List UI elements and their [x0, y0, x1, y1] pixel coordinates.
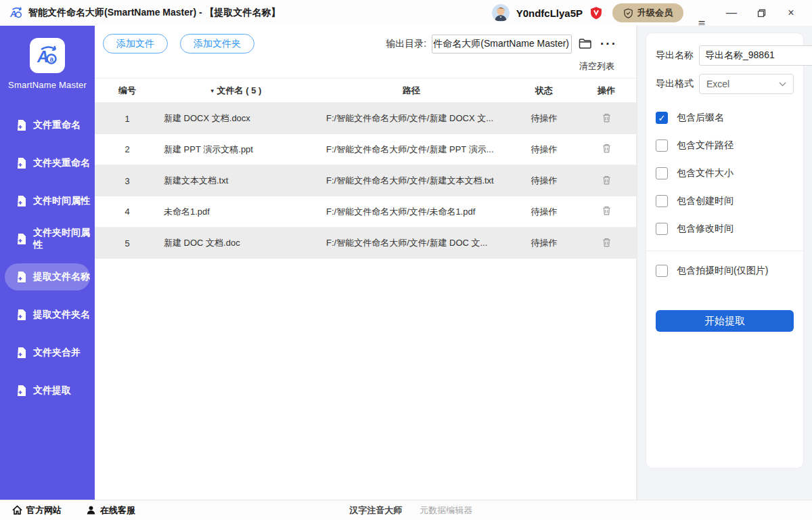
open-folder-icon[interactable] [577, 37, 593, 51]
app-logo-icon: A [9, 6, 23, 20]
sidebar-item-label: 文件时间属性 [33, 195, 90, 207]
table-row[interactable]: 5 新建 DOC 文档.doc F:/智能文件命名大师/文件/新建 DOC 文.… [95, 228, 636, 259]
list-tools: 清空列表 [95, 53, 636, 78]
document-icon [17, 347, 26, 358]
chevron-down-icon [779, 82, 786, 87]
document-icon [17, 158, 26, 169]
sidebar-logo-icon: A a [30, 38, 65, 73]
row-path: F:/智能文件命名大师/文件/未命名1.pdf [311, 206, 512, 218]
sort-caret-icon: ▼ [210, 88, 215, 94]
checkbox-icon: ✓ [656, 265, 668, 277]
row-path: F:/智能文件命名大师/文件/新建文本文档.txt [311, 175, 512, 187]
delete-row-icon[interactable] [602, 175, 612, 188]
table-header: 编号 ▼文件名 ( 5 ) 路径 状态 操作 [95, 79, 636, 103]
document-icon [17, 234, 26, 244]
export-card: 导出名称 导出格式 Excel ✓ 包含后缀名 ✓ [646, 32, 804, 469]
file-table: 编号 ▼文件名 ( 5 ) 路径 状态 操作 1 新建 DOCX 文档.docx… [95, 78, 636, 259]
close-icon[interactable]: × [780, 4, 803, 22]
delete-row-icon[interactable] [602, 143, 612, 156]
delete-row-icon[interactable] [602, 237, 612, 250]
row-status: 待操作 [512, 112, 577, 125]
export-format-select[interactable]: Excel [699, 74, 794, 94]
export-name-label: 导出名称 [656, 49, 699, 62]
export-format-value: Excel [706, 79, 729, 89]
table-row[interactable]: 1 新建 DOCX 文档.docx F:/智能文件命名大师/文件/新建 DOCX… [95, 103, 636, 134]
header-status: 状态 [512, 85, 577, 97]
app-name: SmartName Master [8, 80, 87, 90]
delete-row-icon[interactable] [602, 205, 612, 218]
header-no: 编号 [95, 85, 160, 97]
checkbox-include-modified-time[interactable]: ✓ 包含修改时间 [656, 223, 794, 235]
online-service-link[interactable]: 在线客服 [86, 504, 135, 517]
minimize-icon[interactable]: — [720, 4, 743, 22]
export-format-label: 导出格式 [656, 78, 699, 90]
row-filename: 新建 DOCX 文档.docx [160, 112, 311, 125]
sidebar-item-label: 文件夹时间属性 [33, 227, 90, 251]
row-filename: 新建文本文档.txt [160, 175, 311, 187]
home-icon [12, 505, 22, 515]
table-row[interactable]: 3 新建文本文档.txt F:/智能文件命名大师/文件/新建文本文档.txt 待… [95, 165, 636, 196]
document-icon [17, 120, 26, 131]
sidebar-item-extract-file-name[interactable]: 提取文件名称 [5, 263, 90, 290]
row-filename: 新建 PPT 演示文稿.ppt [160, 144, 311, 156]
checkbox-icon: ✓ [656, 167, 668, 179]
table-row[interactable]: 4 未命名1.pdf F:/智能文件命名大师/文件/未命名1.pdf 待操作 [95, 196, 636, 228]
window-title: 智能文件命名大师(SmartName Master) - 【提取文件名称】 [28, 7, 281, 19]
official-website-link[interactable]: 官方网站 [12, 504, 62, 517]
document-icon [17, 272, 26, 282]
sidebar-item-file-extract[interactable]: 文件提取 [5, 377, 90, 404]
title-bar: A 智能文件命名大师(SmartName Master) - 【提取文件名称】 … [0, 0, 812, 26]
checkbox-icon: ✓ [656, 195, 668, 207]
svg-text:a: a [50, 56, 54, 63]
document-icon [17, 196, 26, 207]
sidebar-item-file-rename[interactable]: 文件重命名 [5, 112, 90, 139]
sidebar-item-label: 提取文件名称 [33, 271, 90, 283]
add-folder-button[interactable]: 添加文件夹 [180, 34, 254, 53]
row-status: 待操作 [512, 237, 577, 249]
row-no: 2 [95, 144, 160, 154]
table-row[interactable]: 2 新建 PPT 演示文稿.ppt F:/智能文件命名大师/文件/新建 PPT … [95, 134, 636, 165]
more-options-icon[interactable]: ··· [599, 39, 618, 49]
upgrade-membership-button[interactable]: 升级会员 [612, 3, 683, 22]
add-file-button[interactable]: 添加文件 [103, 34, 168, 53]
sidebar-item-label: 文件重命名 [33, 119, 81, 131]
person-icon [86, 505, 96, 515]
sidebar-item-label: 文件夹重命名 [33, 157, 90, 169]
sidebar-item-extract-folder-name[interactable]: 提取文件夹名 [5, 301, 90, 328]
checkbox-include-shot-time[interactable]: ✓ 包含拍摄时间(仅图片) [656, 265, 794, 277]
sidebar-item-label: 文件夹合并 [33, 347, 81, 359]
maximize-icon[interactable] [750, 4, 773, 22]
app-window: A 智能文件命名大师(SmartName Master) - 【提取文件名称】 … [0, 0, 812, 520]
sidebar-item-label: 文件提取 [33, 385, 71, 397]
username[interactable]: Y0ndfcLlya5P [516, 7, 583, 19]
document-icon [17, 385, 26, 396]
checkbox-include-created-time[interactable]: ✓ 包含创建时间 [656, 195, 794, 207]
vip-badge-icon [589, 6, 603, 20]
checkbox-icon: ✓ [656, 112, 668, 124]
shield-check-icon [623, 8, 633, 18]
clear-list-button[interactable]: 清空列表 [579, 60, 614, 72]
sidebar-item-file-time[interactable]: 文件时间属性 [5, 188, 90, 215]
upgrade-label: 升级会员 [637, 7, 673, 19]
header-path: 路径 [311, 85, 512, 97]
output-directory-value: 智能文件命名大师(SmartName Master) [432, 38, 569, 50]
checkbox-include-size[interactable]: ✓ 包含文件大小 [656, 167, 794, 179]
sidebar-item-folder-merge[interactable]: 文件夹合并 [5, 339, 90, 366]
checkbox-include-extension[interactable]: ✓ 包含后缀名 [656, 112, 794, 124]
output-directory-group: 输出目录: 智能文件命名大师(SmartName Master) ··· [386, 35, 618, 53]
output-directory-input[interactable]: 智能文件命名大师(SmartName Master) [432, 35, 572, 53]
sidebar-item-folder-time[interactable]: 文件夹时间属性 [5, 225, 90, 253]
row-filename: 新建 DOC 文档.doc [160, 237, 311, 249]
export-name-input[interactable] [699, 45, 812, 66]
metadata-editor-link[interactable]: 元数据编辑器 [420, 504, 472, 517]
delete-row-icon[interactable] [602, 112, 612, 125]
sidebar-menu: 文件重命名 文件夹重命名 文件时间属性 文件夹时间属性 提取文件名称 [0, 112, 95, 415]
start-extract-button[interactable]: 开始提取 [656, 310, 794, 332]
header-filename[interactable]: ▼文件名 ( 5 ) [160, 85, 311, 97]
checkbox-icon: ✓ [656, 223, 668, 235]
sidebar-item-folder-rename[interactable]: 文件夹重命名 [5, 150, 90, 177]
checkbox-include-path[interactable]: ✓ 包含文件路径 [656, 139, 794, 152]
checkbox-icon: ✓ [656, 139, 668, 152]
pinyin-master-link[interactable]: 汉字注音大师 [349, 504, 402, 517]
user-avatar[interactable] [492, 4, 510, 22]
